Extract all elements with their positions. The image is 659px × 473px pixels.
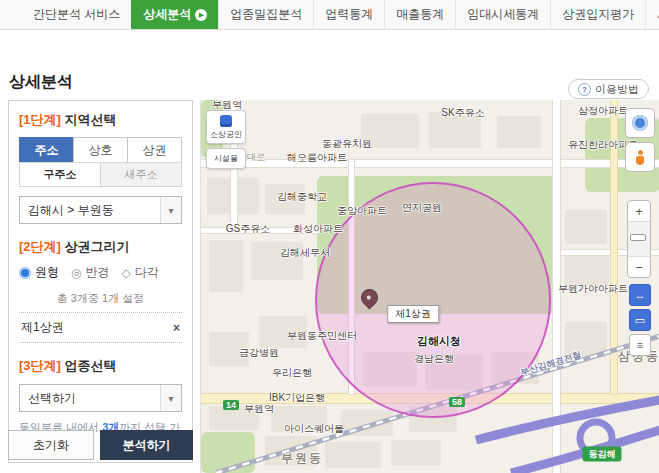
map-label: 동광유치원 (322, 137, 372, 151)
zoom-out-button[interactable]: − (628, 257, 650, 277)
map-label: 아이스퀘어몰 (284, 422, 344, 436)
nav-item-management-eval[interactable]: 사업자경영평가 (645, 0, 659, 29)
zoom-slider-track[interactable] (628, 221, 650, 257)
measure-distance-button[interactable]: ↔ (629, 284, 651, 306)
map-label: 경남은행 (414, 352, 454, 366)
layer-toggle-small-business[interactable]: 소상공인 (206, 110, 246, 144)
draw-shape-options: 원형 ◎ 반경 ◇ 다각 (19, 264, 182, 281)
district-name: 제1상권 (21, 319, 64, 336)
map-label: 우리은행 (272, 366, 312, 380)
map-road (201, 160, 659, 167)
draw-option-label: 원형 (35, 264, 59, 281)
question-icon: ? (578, 83, 591, 96)
map-label: 연지공원 (402, 201, 442, 215)
map-label: 김해중학교 (277, 190, 327, 204)
draw-option-polygon[interactable]: ◇ 다각 (121, 264, 158, 281)
step1-badge: [1단계] (19, 112, 61, 127)
map-label: 금강병원 (239, 346, 279, 360)
draw-status-text: 총 3개중 1개 설정 (19, 291, 182, 306)
layer-toggle-facility[interactable]: 시설물 (206, 148, 246, 169)
nav-item-simple-analysis[interactable]: 간단분석 서비스 (22, 0, 131, 29)
step2-header: [2단계] 상권그리기 (19, 238, 182, 256)
route-badge: 14 (223, 400, 239, 410)
district-list-item: 제1상권 × (19, 312, 182, 343)
draw-option-label: 반경 (85, 264, 109, 281)
analyze-button[interactable]: 분석하기 (100, 430, 193, 460)
skyview-toggle-button[interactable] (625, 108, 655, 138)
map-park-area (201, 432, 255, 473)
map-label: 해오름아파트 (287, 151, 347, 165)
nav-item-business-age-stats[interactable]: 업력통계 (313, 0, 384, 29)
step1-title: 지역선택 (65, 112, 117, 127)
search-mode-tabs: 주소 상호 상권 (19, 137, 182, 163)
chevron-down-icon: ▾ (160, 385, 181, 411)
step3-header: [3단계] 업종선택 (19, 357, 182, 375)
map-tools: ↔ ▭ ≡ (629, 284, 651, 356)
step2-badge: [2단계] (19, 239, 61, 254)
map-label-interchange: 동김해 (583, 447, 622, 462)
layer-label: 시설물 (214, 153, 238, 164)
map-label: GS주유소 (226, 222, 270, 236)
top-nav: 간단분석 서비스 상세분석 ▶ 업종밀집분석 업력통계 매출통계 임대시세통계 … (0, 0, 659, 30)
map-label: 부원동주민센터 (287, 329, 357, 343)
draw-option-label: 다각 (135, 264, 159, 281)
radius-icon: ◎ (71, 266, 81, 280)
map-menu-button[interactable]: ≡ (629, 334, 651, 356)
roadview-person-icon (635, 150, 645, 165)
layer-label: 소상공인 (210, 129, 242, 140)
region-select[interactable]: 김해시 > 부원동 ▾ (19, 196, 182, 224)
draw-option-radius[interactable]: ◎ 반경 (71, 264, 109, 281)
map-canvas[interactable]: 제1상권 부원역 김해대로 SK주유소 삼정아파트 유진한라아파트 동광유치원 … (200, 100, 659, 473)
skyview-icon (632, 115, 648, 131)
subtab-new-address[interactable]: 새주소 (100, 162, 182, 187)
nav-item-detail-analysis[interactable]: 상세분석 ▶ (131, 0, 218, 29)
map-label: 화성아파트 (293, 222, 343, 236)
nav-item-label: 상세분석 (143, 6, 191, 23)
page-title: 상세분석 (9, 72, 73, 93)
map-label: IBK기업은행 (269, 391, 325, 405)
zoom-in-button[interactable]: + (628, 201, 650, 221)
tab-address[interactable]: 주소 (19, 137, 74, 163)
storefront-icon (220, 115, 232, 127)
polygon-icon: ◇ (121, 266, 130, 280)
tab-store-name[interactable]: 상호 (73, 137, 128, 163)
nav-item-density-analysis[interactable]: 업종밀집분석 (218, 0, 313, 29)
nav-item-sales-stats[interactable]: 매출통계 (384, 0, 455, 29)
step3-title: 업종선택 (65, 358, 117, 373)
circle-filled-icon (19, 267, 31, 279)
tab-trade-area[interactable]: 상권 (127, 137, 182, 163)
map-label: 삼정아파트 (578, 104, 628, 118)
chevron-down-icon: ▾ (160, 197, 181, 223)
region-select-value: 김해시 > 부원동 (28, 202, 114, 219)
map-label: 김해세무서 (280, 246, 330, 260)
reset-button[interactable]: 초기화 (8, 430, 94, 460)
district-map-label[interactable]: 제1상권 (387, 305, 439, 323)
analysis-panel: [1단계] 지역선택 주소 상호 상권 구주소 새주소 김해시 > 부원동 ▾ … (8, 100, 193, 463)
help-label: 이용방법 (595, 82, 639, 97)
address-type-tabs: 구주소 새주소 (19, 162, 182, 187)
map-label-district: 부원동 (281, 450, 323, 467)
map-label: 중앙아파트 (337, 204, 387, 218)
zoom-slider-handle[interactable] (630, 234, 646, 241)
draw-option-circle[interactable]: 원형 (19, 264, 59, 281)
measure-area-button[interactable]: ▭ (629, 309, 651, 331)
map-label: SK주유소 (441, 106, 484, 120)
category-select[interactable]: 선택하기 ▾ (19, 384, 182, 412)
step1-header: [1단계] 지역선택 (19, 111, 182, 129)
zoom-control: + − (627, 200, 651, 278)
step3-badge: [3단계] (19, 358, 61, 373)
route-badge: 58 (449, 397, 465, 407)
nav-item-location-eval[interactable]: 상권입지평가 (550, 0, 645, 29)
step2-title: 상권그리기 (65, 239, 130, 254)
nav-item-rent-stats[interactable]: 임대시세통계 (455, 0, 550, 29)
map-label: 부원가야아파트 (558, 282, 628, 296)
map-label-station: 부원역 (244, 402, 274, 416)
roadview-button[interactable] (625, 142, 655, 172)
help-button[interactable]: ? 이용방법 (568, 79, 649, 99)
subtab-old-address[interactable]: 구주소 (19, 162, 101, 187)
delete-district-button[interactable]: × (173, 321, 180, 335)
map-label-city-hall: 김해시청 (417, 334, 461, 349)
category-select-value: 선택하기 (28, 390, 76, 407)
app-root: 간단분석 서비스 상세분석 ▶ 업종밀집분석 업력통계 매출통계 임대시세통계 … (0, 0, 659, 473)
nav-active-icon: ▶ (195, 9, 207, 21)
